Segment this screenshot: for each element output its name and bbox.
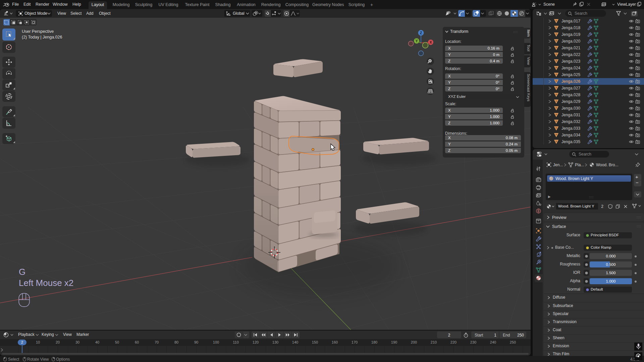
svg-text:X: X [430, 41, 432, 44]
svg-text:Y: Y [416, 39, 418, 43]
svg-text:Z: Z [420, 31, 422, 35]
